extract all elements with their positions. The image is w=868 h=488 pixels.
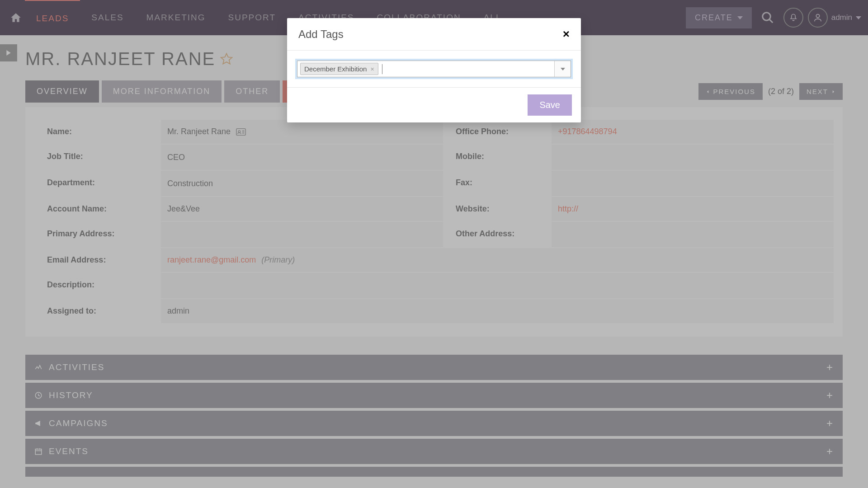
tag-input-area[interactable]: December Exhibition × — [297, 61, 554, 77]
modal-title: Add Tags — [298, 28, 344, 41]
tag-select[interactable]: December Exhibition × — [297, 61, 571, 77]
modal-body: December Exhibition × — [287, 51, 581, 87]
caret-down-icon — [561, 68, 565, 70]
modal-footer: Save — [287, 87, 581, 122]
tag-chip: December Exhibition × — [300, 63, 378, 75]
tag-chip-label: December Exhibition — [304, 65, 367, 73]
tag-dropdown-button[interactable] — [554, 61, 571, 77]
remove-tag-icon[interactable]: × — [370, 66, 374, 73]
add-tags-modal: Add Tags × December Exhibition × Save — [287, 18, 581, 122]
modal-header: Add Tags × — [287, 18, 581, 51]
close-icon[interactable]: × — [563, 27, 570, 41]
modal-overlay: Add Tags × December Exhibition × Save — [0, 0, 868, 488]
save-button[interactable]: Save — [528, 94, 572, 116]
tag-text-input[interactable] — [382, 64, 552, 74]
